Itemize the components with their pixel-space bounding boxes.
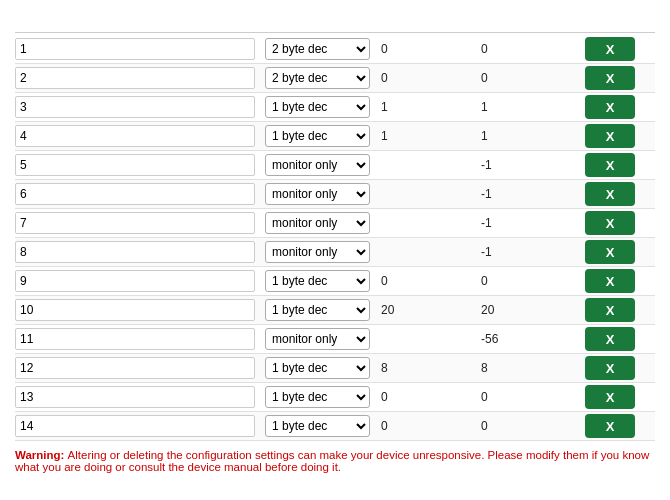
table-row: 2 byte dec1 byte decmonitor only1 byte h… — [15, 325, 655, 354]
datasize-cell: 2 byte dec1 byte decmonitor only1 byte h… — [265, 212, 375, 234]
datasize-select[interactable]: 2 byte dec1 byte decmonitor only1 byte h… — [265, 212, 370, 234]
variable-input[interactable] — [15, 299, 255, 321]
current-value: -1 — [475, 243, 585, 261]
variable-input[interactable] — [15, 328, 255, 350]
desired-value: 20 — [375, 301, 475, 319]
datasize-cell: 2 byte dec1 byte decmonitor only1 byte h… — [265, 125, 375, 147]
variable-input[interactable] — [15, 96, 255, 118]
datasize-select[interactable]: 2 byte dec1 byte decmonitor only1 byte h… — [265, 125, 370, 147]
action-cell: X — [585, 182, 645, 206]
desired-value — [375, 192, 475, 196]
desired-value: 0 — [375, 40, 475, 58]
delete-button[interactable]: X — [585, 66, 635, 90]
delete-button[interactable]: X — [585, 240, 635, 264]
desired-value: 0 — [375, 272, 475, 290]
datasize-cell: 2 byte dec1 byte decmonitor only1 byte h… — [265, 241, 375, 263]
variable-input[interactable] — [15, 38, 255, 60]
config-table: 2 byte dec1 byte decmonitor only1 byte h… — [15, 20, 655, 441]
datasize-cell: 2 byte dec1 byte decmonitor only1 byte h… — [265, 38, 375, 60]
delete-button[interactable]: X — [585, 211, 635, 235]
datasize-select[interactable]: 2 byte dec1 byte decmonitor only1 byte h… — [265, 415, 370, 437]
current-value: 1 — [475, 98, 585, 116]
col-action — [585, 24, 645, 28]
datasize-select[interactable]: 2 byte dec1 byte decmonitor only1 byte h… — [265, 270, 370, 292]
current-value: 8 — [475, 359, 585, 377]
desired-value: 0 — [375, 388, 475, 406]
table-row: 2 byte dec1 byte decmonitor only1 byte h… — [15, 412, 655, 441]
variable-input[interactable] — [15, 212, 255, 234]
desired-value: 1 — [375, 127, 475, 145]
action-cell: X — [585, 211, 645, 235]
table-row: 2 byte dec1 byte decmonitor only1 byte h… — [15, 296, 655, 325]
datasize-select[interactable]: 2 byte dec1 byte decmonitor only1 byte h… — [265, 386, 370, 408]
table-row: 2 byte dec1 byte decmonitor only1 byte h… — [15, 93, 655, 122]
datasize-cell: 2 byte dec1 byte decmonitor only1 byte h… — [265, 357, 375, 379]
current-value: 0 — [475, 69, 585, 87]
variable-input[interactable] — [15, 386, 255, 408]
variable-input[interactable] — [15, 125, 255, 147]
datasize-select[interactable]: 2 byte dec1 byte decmonitor only1 byte h… — [265, 38, 370, 60]
datasize-cell: 2 byte dec1 byte decmonitor only1 byte h… — [265, 96, 375, 118]
delete-button[interactable]: X — [585, 269, 635, 293]
delete-button[interactable]: X — [585, 182, 635, 206]
delete-button[interactable]: X — [585, 356, 635, 380]
variable-input[interactable] — [15, 415, 255, 437]
table-row: 2 byte dec1 byte decmonitor only1 byte h… — [15, 122, 655, 151]
delete-button[interactable]: X — [585, 124, 635, 148]
delete-button[interactable]: X — [585, 327, 635, 351]
variable-cell — [15, 270, 265, 292]
current-value: 20 — [475, 301, 585, 319]
variable-cell — [15, 212, 265, 234]
action-cell: X — [585, 298, 645, 322]
variable-input[interactable] — [15, 67, 255, 89]
table-row: 2 byte dec1 byte decmonitor only1 byte h… — [15, 238, 655, 267]
delete-button[interactable]: X — [585, 37, 635, 61]
delete-button[interactable]: X — [585, 153, 635, 177]
datasize-cell: 2 byte dec1 byte decmonitor only1 byte h… — [265, 415, 375, 437]
action-cell: X — [585, 269, 645, 293]
col-current — [475, 24, 585, 28]
datasize-select[interactable]: 2 byte dec1 byte decmonitor only1 byte h… — [265, 328, 370, 350]
action-cell: X — [585, 95, 645, 119]
variable-input[interactable] — [15, 183, 255, 205]
datasize-select[interactable]: 2 byte dec1 byte decmonitor only1 byte h… — [265, 96, 370, 118]
variable-cell — [15, 125, 265, 147]
desired-value — [375, 221, 475, 225]
variable-cell — [15, 67, 265, 89]
variable-cell — [15, 183, 265, 205]
current-value: 1 — [475, 127, 585, 145]
variable-input[interactable] — [15, 241, 255, 263]
datasize-cell: 2 byte dec1 byte decmonitor only1 byte h… — [265, 328, 375, 350]
datasize-select[interactable]: 2 byte dec1 byte decmonitor only1 byte h… — [265, 183, 370, 205]
variable-cell — [15, 96, 265, 118]
action-cell: X — [585, 356, 645, 380]
action-cell: X — [585, 153, 645, 177]
variable-input[interactable] — [15, 154, 255, 176]
variable-cell — [15, 299, 265, 321]
datasize-select[interactable]: 2 byte dec1 byte decmonitor only1 byte h… — [265, 299, 370, 321]
desired-value — [375, 337, 475, 341]
delete-button[interactable]: X — [585, 95, 635, 119]
col-variable — [15, 24, 265, 28]
delete-button[interactable]: X — [585, 298, 635, 322]
table-row: 2 byte dec1 byte decmonitor only1 byte h… — [15, 180, 655, 209]
current-value: 0 — [475, 40, 585, 58]
warning-text: Warning: Altering or deleting the config… — [15, 449, 655, 473]
col-datasize — [265, 24, 375, 28]
table-row: 2 byte dec1 byte decmonitor only1 byte h… — [15, 64, 655, 93]
datasize-select[interactable]: 2 byte dec1 byte decmonitor only1 byte h… — [265, 154, 370, 176]
current-value: -1 — [475, 214, 585, 232]
delete-button[interactable]: X — [585, 414, 635, 438]
datasize-select[interactable]: 2 byte dec1 byte decmonitor only1 byte h… — [265, 67, 370, 89]
table-row: 2 byte dec1 byte decmonitor only1 byte h… — [15, 354, 655, 383]
table-body: 2 byte dec1 byte decmonitor only1 byte h… — [15, 35, 655, 441]
datasize-cell: 2 byte dec1 byte decmonitor only1 byte h… — [265, 299, 375, 321]
delete-button[interactable]: X — [585, 385, 635, 409]
datasize-select[interactable]: 2 byte dec1 byte decmonitor only1 byte h… — [265, 357, 370, 379]
variable-input[interactable] — [15, 357, 255, 379]
variable-cell — [15, 241, 265, 263]
current-value: 0 — [475, 272, 585, 290]
desired-value: 0 — [375, 69, 475, 87]
variable-input[interactable] — [15, 270, 255, 292]
datasize-select[interactable]: 2 byte dec1 byte decmonitor only1 byte h… — [265, 241, 370, 263]
